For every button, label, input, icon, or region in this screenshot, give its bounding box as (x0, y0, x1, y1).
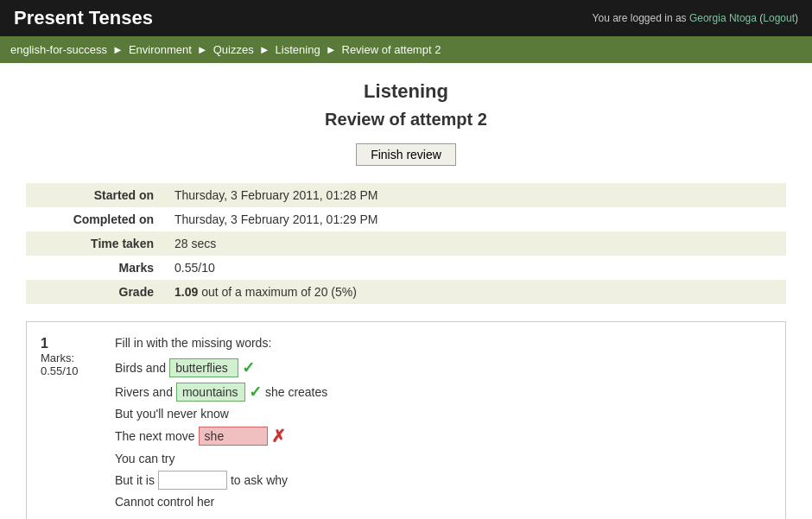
marks-label: Marks (26, 256, 164, 280)
marks-label: Marks: (41, 351, 74, 364)
breadcrumb: english-for-success ► Environment ► Quiz… (0, 36, 812, 63)
answer-box-1: mountains (176, 383, 245, 402)
started-label: Started on (26, 183, 164, 207)
answer-line-5: But it is to ask why (115, 471, 771, 490)
line-prefix-4: You can try (115, 452, 175, 465)
question-instruction: Fill in with the missing words: (115, 336, 771, 350)
time-value: 28 secs (164, 231, 786, 256)
line-prefix-6: Cannot control her (115, 495, 214, 509)
time-label: Time taken (26, 231, 164, 256)
line-prefix-5: But it is (115, 473, 155, 487)
finish-btn-container: Finish review (26, 143, 786, 166)
answer-line-6: Cannot control her (115, 495, 771, 509)
breadcrumb-item-3[interactable]: Listening (276, 43, 320, 56)
verdict-tick-1: ✓ (249, 383, 262, 402)
marks-value: 0.55/10 (164, 256, 786, 280)
breadcrumb-current: Review of attempt 2 (342, 43, 441, 56)
login-text: You are logged in as (593, 12, 689, 24)
answer-box-3: she (199, 427, 268, 446)
site-title: Present Tenses (14, 7, 153, 29)
marks-row: Marks 0.55/10 (26, 256, 786, 280)
answer-line-1: Rivers and mountains ✓ she creates (115, 383, 771, 402)
grade-label: Grade (26, 280, 164, 304)
breadcrumb-item-0[interactable]: english-for-success (10, 43, 107, 56)
line-prefix-1: Rivers and (115, 385, 173, 399)
answer-box-0: butterflies (169, 358, 238, 377)
grade-value: 1.09 out of a maximum of 20 (5%) (164, 280, 786, 304)
logout-link[interactable]: Logout (763, 12, 795, 24)
marks-value: 0.55/10 (41, 364, 78, 377)
grade-suffix: out of a maximum of 20 (5%) (198, 285, 357, 299)
line-suffix-5: to ask why (231, 473, 288, 487)
sep-3: ► (259, 43, 270, 56)
finish-review-button[interactable]: Finish review (356, 143, 456, 166)
sep-2: ► (197, 43, 208, 56)
question-number: 1 (41, 336, 101, 351)
started-row: Started on Thursday, 3 February 2011, 01… (26, 183, 786, 207)
answer-lines: Birds and butterflies ✓Rivers and mounta… (115, 358, 771, 509)
answer-line-3: The next move she ✗ (115, 426, 771, 446)
breadcrumb-item-2[interactable]: Quizzes (213, 43, 254, 56)
breadcrumb-item-1[interactable]: Environment (129, 43, 192, 56)
grade-row: Grade 1.09 out of a maximum of 20 (5%) (26, 280, 786, 304)
answer-line-2: But you'll never know (115, 407, 771, 421)
verdict-cross-3: ✗ (271, 426, 286, 446)
question-content: Fill in with the missing words: Birds an… (115, 336, 771, 514)
attempt-info-table: Started on Thursday, 3 February 2011, 01… (26, 183, 786, 304)
sep-4: ► (326, 43, 337, 56)
answer-line-0: Birds and butterflies ✓ (115, 358, 771, 377)
started-value: Thursday, 3 February 2011, 01:28 PM (164, 183, 786, 207)
line-prefix-3: The next move (115, 429, 195, 443)
question-num-area: 1 Marks: 0.55/10 (41, 336, 101, 514)
line-prefix-2: But you'll never know (115, 407, 229, 421)
answer-line-4: You can try (115, 452, 771, 465)
username-link[interactable]: Georgia Ntoga (689, 12, 757, 24)
login-info: You are logged in as Georgia Ntoga (Logo… (593, 12, 798, 24)
line-suffix-1: she creates (265, 385, 327, 399)
attempt-title: Review of attempt 2 (26, 110, 786, 130)
main-content: Listening Review of attempt 2 Finish rev… (0, 63, 812, 519)
completed-row: Completed on Thursday, 3 February 2011, … (26, 207, 786, 231)
answer-box-5 (158, 471, 227, 490)
verdict-tick-0: ✓ (242, 358, 255, 377)
line-prefix-0: Birds and (115, 361, 166, 375)
question-marks: Marks: 0.55/10 (41, 351, 101, 377)
sep-1: ► (112, 43, 124, 56)
question-block: 1 Marks: 0.55/10 Fill in with the missin… (26, 321, 786, 519)
completed-label: Completed on (26, 207, 164, 231)
grade-number: 1.09 (174, 285, 198, 299)
page-title: Listening (26, 80, 786, 103)
time-row: Time taken 28 secs (26, 231, 786, 256)
header: Present Tenses You are logged in as Geor… (0, 0, 812, 36)
completed-value: Thursday, 3 February 2011, 01:29 PM (164, 207, 786, 231)
